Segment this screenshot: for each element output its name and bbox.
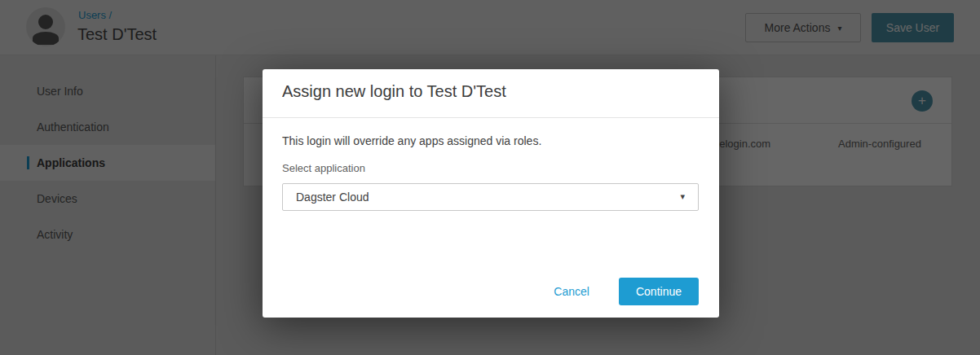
chevron-down-icon: ▾ <box>680 191 685 202</box>
modal-footer: Cancel Continue <box>554 278 699 305</box>
onelogin-user-page: Users / Test D'Test More Actions ▾ Save … <box>0 0 980 355</box>
modal-header: Assign new login to Test D'Test <box>263 69 719 118</box>
application-select-value: Dagster Cloud <box>296 191 369 204</box>
modal-body-text: This login will override any apps assign… <box>282 134 541 147</box>
application-select[interactable]: Dagster Cloud ▾ <box>282 183 699 211</box>
continue-button[interactable]: Continue <box>619 278 699 305</box>
assign-login-modal: Assign new login to Test D'Test This log… <box>263 69 719 318</box>
select-application-label: Select application <box>282 162 365 174</box>
cancel-button[interactable]: Cancel <box>554 285 589 298</box>
modal-title: Assign new login to Test D'Test <box>282 82 506 101</box>
